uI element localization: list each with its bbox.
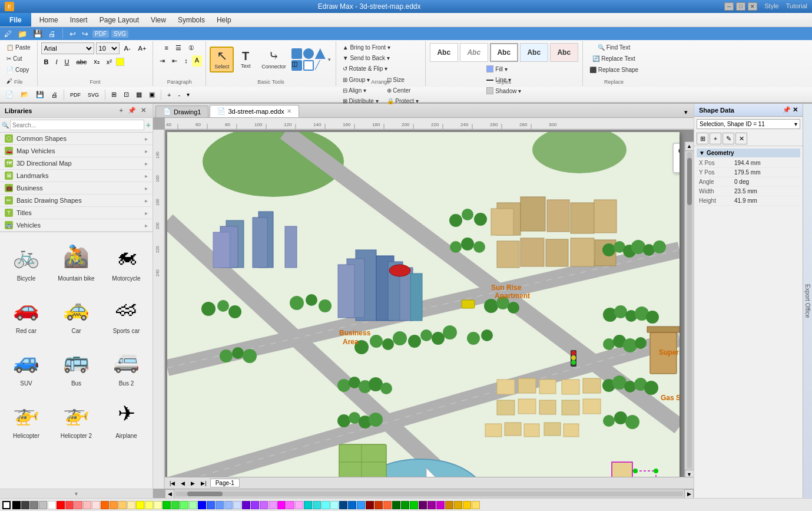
color-swatch-404040[interactable] [21, 501, 29, 509]
copy-button[interactable]: 📄 Copy [4, 65, 34, 75]
shape-helicopter2[interactable]: 🚁 Helicopter 2 [52, 392, 100, 442]
align-button[interactable]: ⊟ Align ▾ [340, 85, 382, 95]
color-swatch-ddaa00[interactable] [454, 501, 462, 509]
tb2-zoom-in[interactable]: + [164, 90, 174, 100]
color-swatch-ffaaff[interactable] [295, 501, 303, 509]
color-swatch-ffdd66[interactable] [472, 501, 480, 509]
text-tool-button[interactable]: T Text [235, 48, 256, 71]
page-first-button[interactable]: |◀ [167, 479, 177, 487]
color-swatch-0000ff[interactable] [198, 501, 206, 509]
sd-delete-button[interactable]: ✕ [735, 133, 747, 144]
page-next-button[interactable]: ▶ [188, 479, 197, 487]
qa-new[interactable]: 🖊 [2, 29, 14, 39]
cut-button[interactable]: ✂ Cut [4, 54, 34, 64]
shape-data-pin[interactable]: 📌 [783, 106, 791, 114]
replace-text-button[interactable]: 🔄 Replace Text [589, 54, 638, 64]
sd-add-button[interactable]: + [710, 133, 721, 144]
menu-view[interactable]: View [145, 13, 172, 27]
maximize-button[interactable]: □ [736, 2, 745, 11]
color-swatch-0066cc[interactable] [348, 501, 356, 509]
rect-shape-button[interactable] [291, 48, 302, 59]
color-swatch-660066[interactable] [419, 501, 427, 509]
minimize-button[interactable]: ─ [724, 2, 734, 11]
color-swatch-808080[interactable] [30, 501, 38, 509]
shape-data-close[interactable]: ✕ [793, 106, 798, 114]
library-item-common[interactable]: ⬡ Common Shapes ▸ [0, 133, 153, 145]
qa-pdf[interactable]: PDF [92, 30, 109, 38]
tb2-view2[interactable]: ▦ [133, 89, 145, 100]
tab-close-icon[interactable]: ✕ [287, 108, 291, 114]
color-swatch-ffff66[interactable] [145, 501, 153, 509]
color-swatch-33dd33[interactable] [171, 501, 180, 509]
color-swatch-3366ff[interactable] [207, 501, 215, 509]
color-swatch-ff9933[interactable] [110, 501, 118, 509]
horizontal-scrollbar[interactable]: ◀ ▶ [165, 489, 694, 498]
qa-save[interactable]: 💾 [31, 29, 44, 39]
color-swatch-ff66ff[interactable] [286, 501, 294, 509]
shape-bus[interactable]: 🚌 Bus [52, 339, 100, 390]
shape-car[interactable]: 🚕 Car [52, 287, 100, 337]
italic-button[interactable]: I [53, 57, 61, 67]
para-spacing-button[interactable]: ↕ [181, 55, 191, 67]
list-button[interactable]: ☰ [173, 42, 184, 54]
color-swatch-00cc00[interactable] [163, 501, 171, 509]
strikethrough-button[interactable]: abc [74, 57, 90, 67]
libraries-add[interactable]: + [118, 106, 125, 115]
color-swatch-33dddd[interactable] [313, 501, 321, 509]
color-swatch-ff0000[interactable] [57, 501, 65, 509]
poly-button[interactable] [303, 60, 314, 71]
tutorial-label[interactable]: Tutorial [786, 2, 807, 11]
color-swatch-ffcc66[interactable] [118, 501, 127, 509]
style-box-4[interactable]: Abc [520, 43, 548, 62]
menu-page-layout[interactable]: Page Layout [94, 13, 145, 27]
shape-helicopter[interactable]: 🚁 Helicopter [2, 392, 50, 442]
superscript-button[interactable]: x² [104, 57, 115, 67]
library-item-vehicles[interactable]: 🚗 Map Vehicles ▸ [0, 145, 153, 157]
subscript-button[interactable]: x₂ [91, 56, 102, 67]
ellipse-shape-button[interactable] [303, 48, 314, 59]
shape-selector[interactable]: Selection, Shape ID = 11 ▾ [697, 119, 800, 129]
paste-button[interactable]: 📋 Paste [4, 42, 34, 52]
menu-symbols[interactable]: Symbols [172, 13, 211, 27]
color-swatch-cc8800[interactable] [445, 501, 453, 509]
shape-red-car[interactable]: 🚗 Red car [2, 287, 50, 337]
tb2-grid[interactable]: ⊞ [108, 89, 120, 100]
library-item-vehicles2[interactable]: 🚌 Vehicles ▸ [0, 219, 153, 232]
library-item-titles[interactable]: T Titles ▸ [0, 207, 153, 219]
color-swatch-cc66ff[interactable] [260, 501, 268, 509]
replace-shape-button[interactable]: ⬛ Replace Shape [586, 65, 641, 75]
library-item-landmarks[interactable]: 🏛 Landmarks ▸ [0, 170, 153, 182]
qa-open[interactable]: 📁 [16, 29, 29, 39]
style-box-2[interactable]: Abc [460, 43, 488, 62]
library-item-basic-drawing[interactable]: ✏ Basic Drawing Shapes ▸ [0, 194, 153, 207]
vscroll-thumb[interactable] [687, 158, 692, 205]
qa-print[interactable]: 🖨 [47, 29, 58, 39]
distribute-button[interactable]: ⊠ Distribute ▾ [340, 96, 382, 106]
tb2-view3[interactable]: ▣ [146, 89, 158, 100]
color-swatch-ff4040[interactable] [65, 501, 74, 509]
underline-button[interactable]: U [62, 57, 72, 67]
hscroll-right-button[interactable]: ▶ [684, 489, 694, 499]
shape-airplane[interactable]: ✈ Airplane [102, 392, 150, 442]
tb2-save[interactable]: 💾 [33, 89, 47, 100]
color-swatch-c0c0c0[interactable] [39, 501, 47, 509]
rotate-flip-button[interactable]: ↺ Rotate & Flip ▾ [340, 64, 393, 74]
vertical-scrollbar[interactable]: ▲ ▼ [684, 141, 694, 479]
color-swatch-9933ff[interactable] [251, 501, 259, 509]
library-item-business[interactable]: 💼 Business ▸ [0, 182, 153, 194]
basic-tools-expand[interactable]: ▾ [327, 55, 332, 64]
color-swatch-ffffaa[interactable] [154, 501, 162, 509]
color-swatch-ffcc00[interactable] [463, 501, 471, 509]
shadow-button[interactable]: Shadow ▾ [483, 85, 524, 96]
color-swatch-ffbfbf[interactable] [83, 501, 91, 509]
sd-edit-button[interactable]: ✎ [722, 133, 734, 144]
find-text-button[interactable]: 🔍 Find Text [595, 42, 633, 52]
canvas-inner[interactable]: Sun Rise Apartment Business Area Superma… [165, 130, 694, 489]
close-button[interactable]: ✕ [748, 2, 757, 11]
tab-street-map[interactable]: 📄 3d-street-map.eddx ✕ [210, 105, 299, 117]
color-swatch-ff8080[interactable] [74, 501, 82, 509]
tb2-svg-export[interactable]: SVG [85, 90, 102, 100]
fill-button[interactable]: Fill ▾ [483, 64, 524, 74]
shape-suv[interactable]: 🚙 SUV [2, 339, 50, 390]
bring-to-front-button[interactable]: ▲ Bring to Front ▾ [340, 42, 393, 52]
